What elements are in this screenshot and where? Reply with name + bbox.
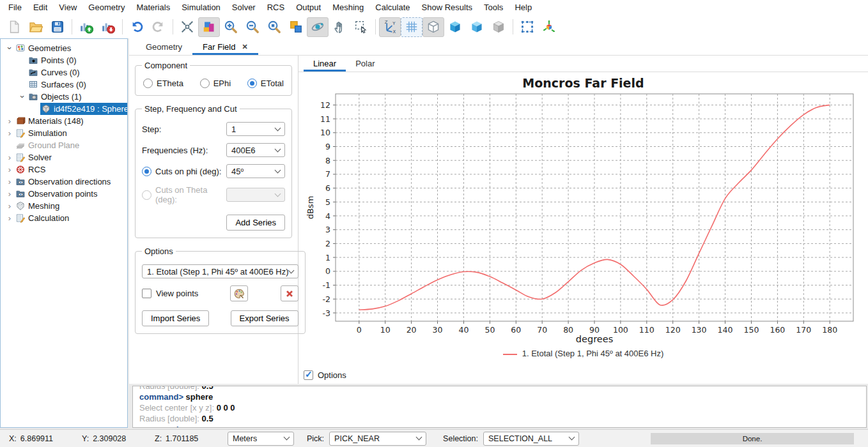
step-select[interactable]: 1 — [226, 122, 285, 136]
svg-text:10: 10 — [380, 325, 390, 335]
menu-item-materials[interactable]: Materials — [130, 0, 176, 15]
tree-item-objects-1[interactable]: ›Objects (1) — [1, 91, 127, 103]
units-select[interactable]: Meters — [228, 432, 294, 446]
svg-text:8: 8 — [325, 156, 330, 165]
cuts-on-phi-radio[interactable] — [142, 167, 151, 176]
toolbar-separator — [513, 19, 513, 34]
tree-item-surfaces-0[interactable]: Surfaces (0) — [1, 79, 127, 91]
new-document-button[interactable] — [3, 17, 25, 37]
save-project-button[interactable] — [47, 17, 68, 37]
tree-item-rcs[interactable]: ›RCS — [1, 163, 127, 176]
import-series-button[interactable]: Import Series — [142, 310, 209, 326]
svg-text:6: 6 — [325, 183, 330, 193]
export-series-button[interactable]: Export Series — [231, 310, 298, 326]
fit-view-button[interactable] — [176, 17, 198, 37]
open-project-button[interactable] — [25, 17, 47, 37]
menu-item-calculate[interactable]: Calculate — [369, 0, 415, 15]
svg-text:30: 30 — [432, 325, 442, 335]
menu-item-output[interactable]: Output — [290, 0, 327, 15]
expand-chevron-icon[interactable]: › — [4, 153, 15, 162]
expand-chevron-icon[interactable]: › — [4, 213, 15, 223]
expand-chevron-icon[interactable]: › — [4, 116, 15, 126]
tree-item-calculation[interactable]: ›Calculation — [1, 212, 127, 224]
tab-far-field[interactable]: Far Field✕ — [192, 38, 258, 55]
expand-chevron-icon[interactable]: › — [4, 189, 15, 199]
menu-item-view[interactable]: View — [53, 0, 82, 15]
pick-select[interactable]: PICK_NEAR — [329, 432, 426, 446]
menu-item-tools[interactable]: Tools — [478, 0, 509, 15]
cube-solid-button[interactable] — [444, 17, 466, 37]
tree-item-curves-0[interactable]: Curves (0) — [1, 66, 127, 79]
svg-text:Z: Z — [385, 20, 388, 25]
tree-item-observation-directions[interactable]: ›Observation directions — [1, 176, 127, 188]
tree-item-observation-points[interactable]: ›Observation points — [1, 188, 127, 200]
bring-to-front-button[interactable] — [285, 17, 307, 37]
redo-button[interactable] — [148, 17, 169, 37]
tree-item-id4f52e419-sphere[interactable]: id4f52e419 : Sphere — [1, 103, 127, 115]
view-axes-button[interactable]: ZYX — [379, 17, 401, 37]
tree-item-simulation[interactable]: ›Simulation — [1, 127, 127, 139]
expand-chevron-icon[interactable]: › — [4, 177, 15, 186]
zoom-out-button[interactable] — [242, 17, 263, 37]
collapse-chevron-icon[interactable]: › — [5, 43, 15, 54]
delete-series-button[interactable] — [281, 285, 298, 301]
cube-hidden-button[interactable] — [488, 17, 509, 37]
expand-chevron-icon[interactable]: › — [4, 165, 15, 174]
series-color-button[interactable] — [230, 285, 248, 301]
menu-item-edit[interactable]: Edit — [27, 0, 53, 15]
chart-tab-polar[interactable]: Polar — [346, 56, 384, 72]
pan-button[interactable] — [329, 17, 350, 37]
orbit-button[interactable] — [307, 17, 329, 37]
tab-geometry[interactable]: Geometry — [136, 38, 192, 55]
cube-wireframe-button[interactable] — [422, 17, 444, 37]
frequencies-select[interactable]: 400E6 — [226, 143, 285, 157]
view-cubes-button[interactable] — [198, 17, 220, 37]
select-button[interactable] — [350, 17, 372, 37]
ephi-radio[interactable] — [200, 79, 210, 88]
options-checkbox[interactable] — [304, 370, 313, 380]
chart-tab-linear[interactable]: Linear — [304, 56, 346, 72]
view-points-group: View points — [142, 289, 198, 298]
zoom-window-button[interactable] — [263, 17, 285, 37]
tree-item-ground-plane[interactable]: Ground Plane — [1, 139, 127, 151]
tree-item-meshing[interactable]: ›Meshing — [1, 200, 127, 212]
tab-close-icon[interactable]: ✕ — [242, 43, 247, 51]
tree-item-points-0[interactable]: Points (0) — [1, 54, 127, 66]
expand-chevron-icon[interactable]: › — [4, 201, 15, 211]
menu-item-help[interactable]: Help — [509, 0, 538, 15]
menu-item-rcs[interactable]: RCS — [261, 0, 290, 15]
collapse-chevron-icon[interactable]: › — [18, 92, 27, 102]
origin-axes-button[interactable] — [538, 17, 560, 37]
menu-item-solver[interactable]: Solver — [226, 0, 261, 15]
zoom-in-button[interactable] — [220, 17, 242, 37]
expand-chevron-icon[interactable]: › — [4, 128, 15, 138]
command-console[interactable]: Radius [double]: 0.5command> sphereSelec… — [132, 386, 867, 428]
selection-select[interactable]: SELECTION_ALL — [483, 432, 579, 446]
cube-shaded-button[interactable] — [466, 17, 488, 37]
etotal-radio[interactable] — [247, 79, 257, 88]
menu-item-meshing[interactable]: Meshing — [327, 0, 369, 15]
tree-item-solver[interactable]: ›Solver — [1, 151, 127, 163]
rcs-icon — [15, 165, 26, 174]
undo-button[interactable] — [126, 17, 148, 37]
menu-item-simulation[interactable]: Simulation — [176, 0, 226, 15]
menu-item-file[interactable]: File — [3, 0, 27, 15]
tree-item-materials-148[interactable]: ›Materials (148) — [1, 115, 127, 127]
export-results-button[interactable] — [97, 17, 119, 37]
selection-box-button[interactable] — [516, 17, 538, 37]
import-results-icon — [79, 20, 93, 34]
view-points-checkbox[interactable] — [142, 289, 151, 298]
open-project-icon — [29, 20, 43, 34]
tree-item-geometries[interactable]: ›Geometries — [1, 42, 127, 54]
series-select[interactable]: 1. Etotal (Step 1, Phi 45º at 400E6 Hz) — [142, 264, 298, 278]
view-grid-button[interactable] — [401, 17, 422, 37]
import-results-button[interactable] — [75, 17, 97, 37]
menu-item-geometry[interactable]: Geometry — [82, 0, 130, 15]
add-series-button[interactable]: Add Series — [226, 215, 285, 231]
progress-bar: Done. — [651, 433, 854, 444]
cuts-on-phi-select[interactable]: 45º — [226, 164, 285, 178]
menu-item-show-results[interactable]: Show Results — [416, 0, 478, 15]
etheta-radio[interactable] — [143, 79, 153, 88]
tree-item-label: Simulation — [28, 128, 67, 138]
cuts-on-phi-label: Cuts on phi (deg): — [155, 167, 226, 176]
